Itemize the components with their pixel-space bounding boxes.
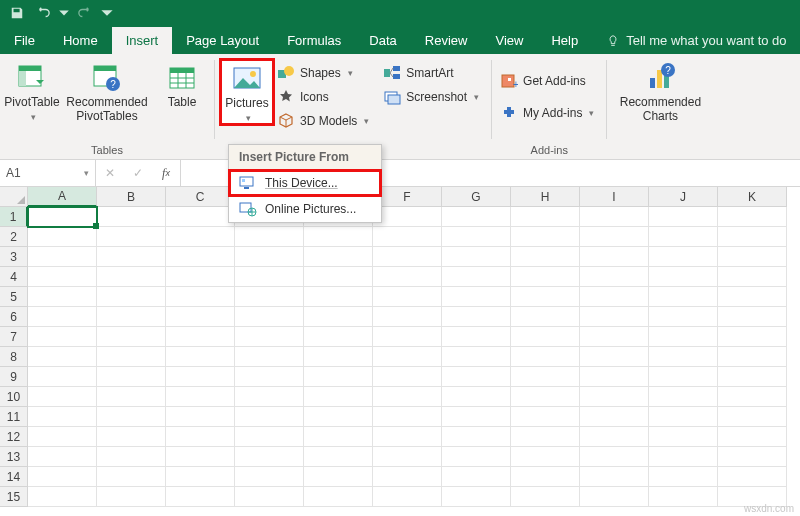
cell[interactable] (373, 387, 442, 407)
cell[interactable] (718, 347, 787, 367)
cell[interactable] (718, 367, 787, 387)
screenshot-button[interactable]: Screenshot▾ (381, 86, 485, 108)
column-header[interactable]: A (28, 187, 97, 207)
cell[interactable] (649, 387, 718, 407)
tab-home[interactable]: Home (49, 27, 112, 54)
cell[interactable] (28, 427, 97, 447)
row-header[interactable]: 15 (0, 487, 28, 507)
cell[interactable] (97, 367, 166, 387)
cell[interactable] (28, 407, 97, 427)
cell[interactable] (442, 307, 511, 327)
cell[interactable] (442, 387, 511, 407)
cell[interactable] (442, 407, 511, 427)
row-header[interactable]: 5 (0, 287, 28, 307)
cell[interactable] (718, 387, 787, 407)
cell[interactable] (580, 367, 649, 387)
cell[interactable] (166, 367, 235, 387)
cell[interactable] (97, 247, 166, 267)
cell[interactable] (28, 347, 97, 367)
pictures-button[interactable]: Pictures ▾ (221, 60, 273, 124)
cell[interactable] (580, 427, 649, 447)
cell[interactable] (373, 287, 442, 307)
cell[interactable] (511, 487, 580, 507)
cell[interactable] (97, 267, 166, 287)
cell[interactable] (304, 487, 373, 507)
cell[interactable] (28, 287, 97, 307)
cell[interactable] (166, 247, 235, 267)
redo-icon[interactable] (74, 2, 96, 24)
cell[interactable] (718, 307, 787, 327)
cell[interactable] (511, 467, 580, 487)
cell[interactable] (511, 247, 580, 267)
cell[interactable] (304, 287, 373, 307)
column-header[interactable]: H (511, 187, 580, 207)
cell[interactable] (373, 487, 442, 507)
cell[interactable] (442, 267, 511, 287)
cell[interactable] (166, 387, 235, 407)
tab-review[interactable]: Review (411, 27, 482, 54)
cell[interactable] (511, 307, 580, 327)
cell[interactable] (97, 287, 166, 307)
cell[interactable] (28, 327, 97, 347)
shapes-button[interactable]: Shapes▾ (275, 62, 375, 84)
cell[interactable] (304, 367, 373, 387)
tab-data[interactable]: Data (355, 27, 410, 54)
cell[interactable] (442, 487, 511, 507)
cell[interactable] (442, 227, 511, 247)
cell[interactable] (718, 207, 787, 227)
cell[interactable] (166, 307, 235, 327)
recommended-charts-button[interactable]: ? Recommended Charts (613, 60, 707, 124)
cell[interactable] (580, 247, 649, 267)
cell[interactable] (166, 347, 235, 367)
table-button[interactable]: Table (156, 60, 208, 110)
cell[interactable] (235, 287, 304, 307)
cell[interactable] (580, 467, 649, 487)
row-header[interactable]: 6 (0, 307, 28, 327)
cell[interactable] (511, 227, 580, 247)
cell[interactable] (97, 487, 166, 507)
cell[interactable] (373, 447, 442, 467)
cell[interactable] (442, 207, 511, 227)
cell[interactable] (166, 447, 235, 467)
cell[interactable] (649, 227, 718, 247)
cell[interactable] (166, 407, 235, 427)
cell[interactable] (373, 247, 442, 267)
cell[interactable] (304, 227, 373, 247)
cell[interactable] (442, 347, 511, 367)
cell[interactable] (97, 207, 166, 227)
column-header[interactable]: G (442, 187, 511, 207)
cell[interactable] (373, 467, 442, 487)
cell[interactable] (511, 367, 580, 387)
cell[interactable] (235, 447, 304, 467)
cell[interactable] (580, 287, 649, 307)
cell[interactable] (166, 207, 235, 227)
cell[interactable] (373, 207, 442, 227)
cell[interactable] (28, 247, 97, 267)
cell[interactable] (235, 387, 304, 407)
cell[interactable] (235, 427, 304, 447)
cell[interactable] (373, 267, 442, 287)
cell[interactable] (649, 207, 718, 227)
cell[interactable] (304, 307, 373, 327)
chevron-down-icon[interactable] (58, 2, 70, 24)
cell[interactable] (97, 387, 166, 407)
cell[interactable] (649, 307, 718, 327)
cell[interactable] (97, 427, 166, 447)
cell[interactable] (97, 227, 166, 247)
cell[interactable] (97, 447, 166, 467)
cell[interactable] (718, 407, 787, 427)
cell[interactable] (373, 427, 442, 447)
cell[interactable] (235, 347, 304, 367)
cell[interactable] (304, 327, 373, 347)
column-header[interactable]: J (649, 187, 718, 207)
cell[interactable] (28, 267, 97, 287)
cell[interactable] (718, 247, 787, 267)
cell[interactable] (235, 487, 304, 507)
enter-formula-button[interactable]: ✓ (124, 160, 152, 186)
tab-insert[interactable]: Insert (112, 27, 173, 54)
row-header[interactable]: 12 (0, 427, 28, 447)
column-header[interactable]: C (166, 187, 235, 207)
tab-page-layout[interactable]: Page Layout (172, 27, 273, 54)
cell[interactable] (166, 327, 235, 347)
column-header[interactable]: B (97, 187, 166, 207)
